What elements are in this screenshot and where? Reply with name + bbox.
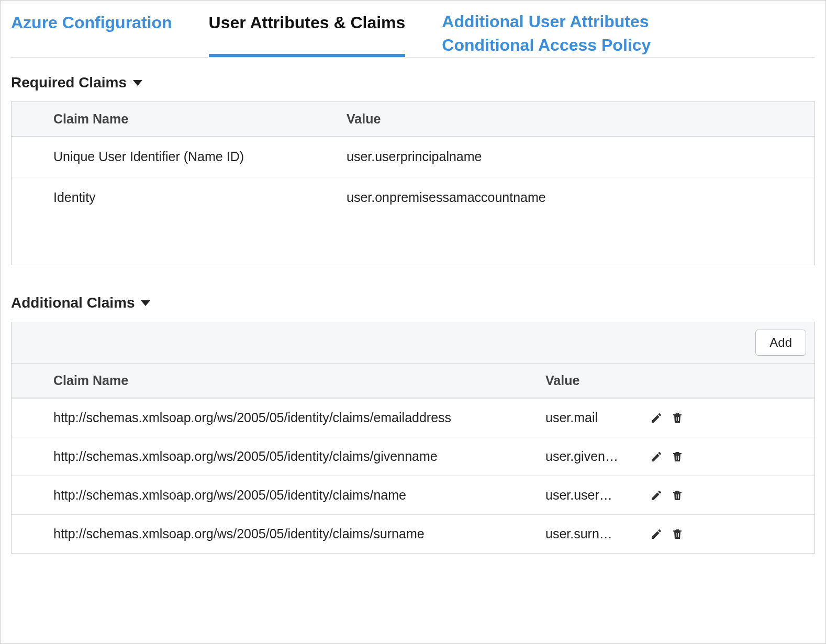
additional-claims-toggle[interactable]: Additional Claims xyxy=(11,295,815,311)
edit-icon[interactable] xyxy=(650,528,663,540)
table-row: http://schemas.xmlsoap.org/ws/2005/05/id… xyxy=(12,437,814,476)
claim-value: user.user… xyxy=(545,488,650,503)
tab-user-attributes-claims[interactable]: User Attributes & Claims xyxy=(209,10,406,57)
claim-name: http://schemas.xmlsoap.org/ws/2005/05/id… xyxy=(53,410,545,425)
additional-col-claim-name: Claim Name xyxy=(53,373,545,388)
table-row: http://schemas.xmlsoap.org/ws/2005/05/id… xyxy=(12,398,814,437)
edit-icon[interactable] xyxy=(650,489,663,502)
edit-icon[interactable] xyxy=(650,412,663,424)
tab-bar: Azure Configuration User Attributes & Cl… xyxy=(11,10,815,58)
add-button[interactable]: Add xyxy=(755,330,806,356)
table-row: http://schemas.xmlsoap.org/ws/2005/05/id… xyxy=(12,476,814,514)
required-claims-panel: Claim Name Value Unique User Identifier … xyxy=(11,101,815,265)
claim-value: user.given… xyxy=(545,449,650,464)
claim-name: http://schemas.xmlsoap.org/ws/2005/05/id… xyxy=(53,526,545,541)
trash-icon[interactable] xyxy=(671,528,684,540)
additional-claims-panel: Add Claim Name Value http://schemas.xmls… xyxy=(11,322,815,553)
claim-value: user.onpremisessamaccountname xyxy=(347,190,814,205)
tab-conditional-access-policy[interactable]: Conditional Access Policy xyxy=(442,33,651,57)
additional-col-value: Value xyxy=(545,373,650,388)
claim-name: Identity xyxy=(53,190,347,205)
required-claims-toggle[interactable]: Required Claims xyxy=(11,74,815,91)
required-col-claim-name: Claim Name xyxy=(53,111,347,127)
table-row: Unique User Identifier (Name ID) user.us… xyxy=(12,137,814,177)
claim-name: Unique User Identifier (Name ID) xyxy=(53,149,347,164)
claim-value: user.mail xyxy=(545,410,650,425)
chevron-down-icon xyxy=(133,80,142,86)
trash-icon[interactable] xyxy=(671,412,684,424)
claim-value: user.userprincipalname xyxy=(347,149,814,164)
trash-icon[interactable] xyxy=(671,450,684,463)
claim-name: http://schemas.xmlsoap.org/ws/2005/05/id… xyxy=(53,449,545,464)
table-row: http://schemas.xmlsoap.org/ws/2005/05/id… xyxy=(12,514,814,553)
required-claims-heading: Required Claims xyxy=(11,74,127,91)
edit-icon[interactable] xyxy=(650,450,663,463)
claim-name: http://schemas.xmlsoap.org/ws/2005/05/id… xyxy=(53,488,545,503)
claim-value: user.surn… xyxy=(545,526,650,541)
tab-additional-user-attributes[interactable]: Additional User Attributes xyxy=(442,10,651,33)
additional-claims-heading: Additional Claims xyxy=(11,295,135,311)
tab-azure-configuration[interactable]: Azure Configuration xyxy=(11,10,172,57)
required-col-value: Value xyxy=(347,111,814,127)
chevron-down-icon xyxy=(141,300,150,306)
table-row: Identity user.onpremisessamaccountname xyxy=(12,177,814,218)
trash-icon[interactable] xyxy=(671,489,684,502)
